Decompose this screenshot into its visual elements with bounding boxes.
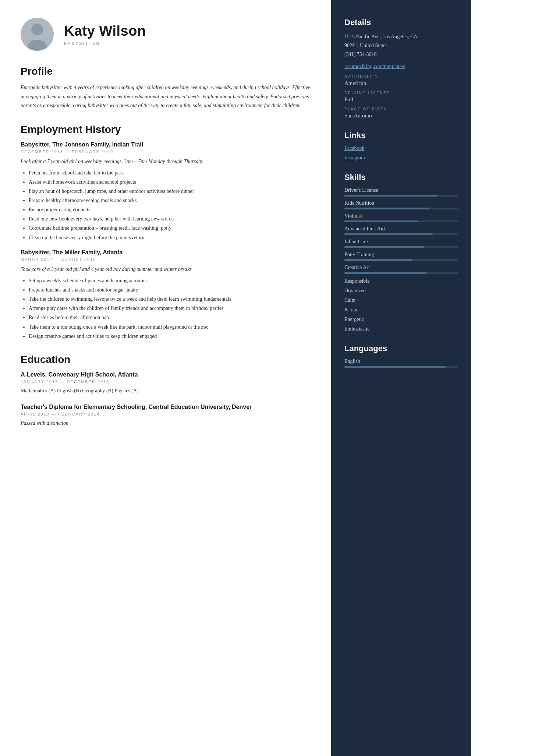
edu-1: A-Levels, Convenary High School, Atlanta… bbox=[21, 371, 311, 395]
skill-kids-nutrition: Kids Nutrition bbox=[344, 200, 458, 209]
job-2-bullets: Set up a weekly schedule of games and le… bbox=[21, 276, 311, 340]
job-2: Babysitter, The Miller Family, Atlanta M… bbox=[21, 249, 311, 340]
list-item: Read stories before their afternoon nap bbox=[29, 313, 311, 322]
header-section: Katy Wilson Babysitter bbox=[21, 18, 311, 51]
skill-bar-bg bbox=[344, 208, 458, 209]
profile-section-title: Profile bbox=[21, 66, 311, 77]
skill-bar-fill bbox=[344, 233, 433, 235]
lang-bar-fill bbox=[344, 366, 446, 368]
avatar bbox=[21, 18, 54, 51]
profile-text: Energetic babysitter with 4 years of exp… bbox=[21, 83, 311, 110]
birth-value: San Antonio bbox=[344, 113, 458, 119]
nationality-label: Nationality bbox=[344, 75, 458, 79]
svg-point-1 bbox=[31, 24, 43, 35]
list-item: Clean up the house every night before th… bbox=[29, 233, 311, 242]
edu-1-title: A-Levels, Convenary High School, Atlanta bbox=[21, 371, 311, 378]
skill-bar-fill bbox=[344, 208, 429, 209]
skill-bar-bg bbox=[344, 259, 458, 261]
candidate-title: Babysitter bbox=[64, 41, 146, 46]
job-2-desc: Took care of a 3 year old girl and 4 yea… bbox=[21, 265, 311, 273]
employment-section-title: Employment History bbox=[21, 124, 311, 135]
skill-bar-bg bbox=[344, 220, 458, 222]
nationality-value: American bbox=[344, 80, 458, 86]
skill-patient: Patient bbox=[344, 306, 458, 313]
edu-2: Teacher's Diploma for Elementary Schooli… bbox=[21, 404, 311, 427]
list-item: Ensure proper eating etiquette bbox=[29, 205, 311, 214]
driving-label: Driving License bbox=[344, 91, 458, 95]
list-item: Assist with homework activities and scho… bbox=[29, 178, 311, 186]
list-item: Take them to a fun outing once a week li… bbox=[29, 323, 311, 331]
skill-potty-training: Potty Training bbox=[344, 252, 458, 261]
skill-infant-care: Infant Care bbox=[344, 239, 458, 248]
list-item: Design creative games and activities to … bbox=[29, 332, 311, 340]
job-1-title: Babysitter, The Johnson Family, Indian T… bbox=[21, 141, 311, 148]
skill-bar-fill bbox=[344, 259, 412, 261]
header-text: Katy Wilson Babysitter bbox=[64, 23, 146, 46]
edu-2-date: April 2013 — February 2014 bbox=[21, 412, 311, 416]
list-item: Set up a weekly schedule of games and le… bbox=[29, 276, 311, 285]
job-1-bullets: Fetch her from school and take her to th… bbox=[21, 169, 311, 242]
job-2-title: Babysitter, The Miller Family, Atlanta bbox=[21, 249, 311, 256]
detail-address: 1515 Pacific Ave, Los Angeles, CA90291, … bbox=[344, 32, 458, 59]
skill-responsible: Responsible bbox=[344, 278, 458, 284]
edu-2-title: Teacher's Diploma for Elementary Schooli… bbox=[21, 404, 311, 410]
left-panel: Katy Wilson Babysitter Profile Energetic… bbox=[0, 0, 331, 756]
skill-drivers-license: Driver's License bbox=[344, 187, 458, 197]
lang-bar-bg bbox=[344, 366, 458, 368]
edu-2-detail: Passed with distinction bbox=[21, 419, 311, 427]
skill-advanced-first-aid: Advanced First Aid bbox=[344, 226, 458, 235]
lang-english: English bbox=[344, 358, 458, 368]
link-facebook[interactable]: Facebook bbox=[344, 145, 458, 151]
skill-bar-bg bbox=[344, 233, 458, 235]
skill-bar-bg bbox=[344, 195, 458, 197]
list-item: Prepare healthy afternoon/evening meals … bbox=[29, 196, 311, 205]
skill-violinist: Violinist bbox=[344, 213, 458, 222]
job-1-date: December 2018 — February 2020 bbox=[21, 149, 311, 154]
list-item: Arrange play dates with the children of … bbox=[29, 304, 311, 312]
birth-label: Place of Birth bbox=[344, 107, 458, 111]
skill-energetic: Energetic bbox=[344, 316, 458, 322]
job-1-desc: Look after a 7 year old girl on weekday … bbox=[21, 158, 311, 166]
skill-calm: Calm bbox=[344, 297, 458, 303]
candidate-name: Katy Wilson bbox=[64, 23, 146, 39]
right-panel: Details 1515 Pacific Ave, Los Angeles, C… bbox=[331, 0, 471, 756]
skills-section-title: Skills bbox=[344, 173, 458, 182]
skill-bar-fill bbox=[344, 220, 418, 222]
skill-bar-fill bbox=[344, 195, 437, 197]
edu-1-detail: Mathematics (A) English (B) Geography (B… bbox=[21, 387, 311, 395]
list-item: Read one new book every two days, help h… bbox=[29, 215, 311, 223]
list-item: Coordinate bedtime preparation – brushin… bbox=[29, 224, 311, 232]
education-section-title: Education bbox=[21, 354, 311, 365]
driving-value: Full bbox=[344, 96, 458, 103]
skill-bar-bg bbox=[344, 272, 458, 274]
job-2-date: March 2017 — August 2019 bbox=[21, 257, 311, 262]
link-instagram[interactable]: Instagram bbox=[344, 155, 458, 161]
detail-website[interactable]: resumeviking.com/templates/ bbox=[344, 64, 458, 70]
list-item: Take the children to swimming lessons tw… bbox=[29, 295, 311, 303]
edu-1-date: January 2015 — December 2015 bbox=[21, 379, 311, 384]
job-1: Babysitter, The Johnson Family, Indian T… bbox=[21, 141, 311, 242]
skill-organized: Organized bbox=[344, 287, 458, 294]
skill-bar-bg bbox=[344, 246, 458, 248]
list-item: Fetch her from school and take her to th… bbox=[29, 169, 311, 177]
skill-bar-fill bbox=[344, 246, 424, 248]
skill-creative-art: Creative Art bbox=[344, 265, 458, 274]
list-item: Play an hour of hopscotch, jump rope, an… bbox=[29, 187, 311, 195]
languages-section-title: Languages bbox=[344, 344, 458, 353]
list-item: Prepare lunches and snacks and monitor s… bbox=[29, 286, 311, 294]
skill-enthusiastic: Enthusiastic bbox=[344, 325, 458, 332]
details-section-title: Details bbox=[344, 18, 458, 27]
links-section-title: Links bbox=[344, 131, 458, 140]
skill-bar-fill bbox=[344, 272, 426, 274]
